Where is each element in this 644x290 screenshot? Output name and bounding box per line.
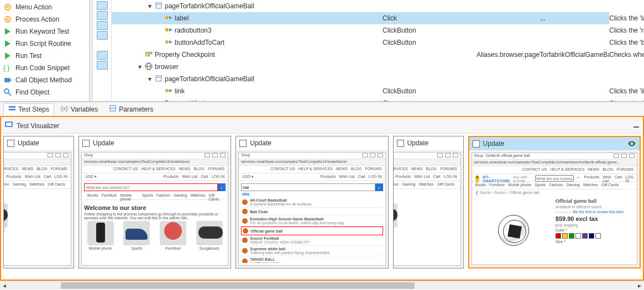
top-link: BLOG [603,167,613,172]
update-label: Update [18,139,39,147]
action-find-object[interactable]: Find Object [0,86,89,98]
visualizer-thumb[interactable]: UpdateShopservices.smartbear.com/samples… [235,136,388,268]
tab-variables[interactable]: {x} Variables [56,103,102,115]
top-link: HELP & SERVICES [550,167,584,172]
tree-row[interactable]: ▾browser [112,61,383,73]
top-link: CONTACT US [522,167,547,172]
chevron-down-icon[interactable]: ▾ [137,64,143,70]
svg-marker-19 [169,40,172,44]
address-bar: services.smartbear.com/samples/TestCompl… [239,159,385,166]
col-description: Closes the 'BrowserWindow' window. [609,99,644,101]
tab-label: Variables [71,106,98,113]
breadcrumb: ❮ Sports › Soccer › Official game ball [472,189,637,196]
test-visualizer-panel: Test Visualizer UpdateShopCONTACT USHELP… [0,117,644,281]
scrollbar-thumb[interactable] [61,282,415,289]
update-checkbox[interactable] [473,140,480,147]
col-description: Clicks the 'link' button. [609,87,644,95]
tree-row[interactable]: ▾pageTorfabrikOfficialGameBall [112,0,383,12]
svg-marker-15 [169,16,172,19]
cat-link: Fashion [394,182,399,187]
col-operation: Click [383,12,477,24]
search-hint-row: All-Court BasketballA durable Basketball… [241,197,383,208]
update-checkbox[interactable] [7,140,14,147]
svg-rect-25 [156,76,161,81]
page-icon [155,2,163,11]
tab-label: Test Steps [18,106,49,113]
nav-link: Cart [358,175,365,180]
tree-row[interactable]: radiobutton3 [112,24,383,36]
top-link: FORUMS [51,167,67,172]
action-label: Run Code Snippet [15,64,70,72]
scroll-left-arrow[interactable]: ◂ [0,281,9,290]
action-label: Run Keyword Test [15,28,69,35]
nav-link: Wish List [414,175,430,180]
col-operation: ClickButton [383,39,477,46]
size-label: Size * [556,240,635,244]
action-run-test[interactable]: Run Test [0,50,89,62]
search-box: ⌕ [84,183,226,191]
minimize-icon[interactable] [633,122,640,130]
tab-parameters[interactable]: Parameters [104,103,158,115]
preview-browser: ShopCONTACT USHELP & SERVICESNEWSBLOGFOR… [4,152,71,266]
prod-label: Mobile phone [89,246,112,250]
find-icon [3,88,12,97]
update-checkbox[interactable] [397,140,404,147]
search-hint-row: Evolution High School Game BasketballFor… [241,216,383,226]
svg-marker-30 [159,101,163,102]
browser-tab: Shop [4,153,45,158]
top-link: HELP & SERVICES [299,167,333,172]
action-call-object-method[interactable]: Call Object Method [0,74,89,86]
tree-node-name: buttonAddToCart [175,39,224,46]
browser-tab: Shop. Torfabrik official game ball [474,154,611,159]
action-run-script-routine[interactable]: Run Script Routine [0,38,89,50]
top-link: BLOG [351,167,362,172]
visualizer-thumb[interactable]: UpdateShopCONTACT USHELP & SERVICESNEWSB… [393,136,464,268]
svg-marker-4 [5,28,11,35]
tree-row-values: ClickButtonClicks the 'radiobutton3' rad… [383,24,644,36]
tree-row[interactable]: label [112,12,383,24]
top-link: CONTACT US [113,167,138,172]
update-checkbox[interactable] [82,140,90,147]
visualizer-thumb[interactable]: UpdateShopservices.smartbear.com/samples… [78,136,231,268]
code-icon: { } [3,64,12,72]
action-run-keyword-test[interactable]: Run Keyword Test [0,25,89,38]
action-process-action[interactable]: Process Action [0,13,89,25]
action-label: Find Object [15,88,49,96]
top-link: CONTACT US [270,167,295,172]
horizontal-scrollbar[interactable]: ◂ ▸ [0,281,644,289]
tree-row[interactable]: BrowserWindow [112,97,383,101]
action-icon [165,38,172,48]
preview-browser: Shop. Torfabrik official game ballservic… [472,152,637,265]
cat-link: Books [87,193,98,198]
top-link: NEWS [336,167,348,172]
chevron-down-icon[interactable]: ▾ [147,3,153,9]
update-label: Update [407,139,429,147]
tree-row[interactable]: link [112,85,383,97]
action-label: Run Test [15,52,41,60]
tree-row[interactable]: ▾pageTorfabrikOfficialGameBall [112,73,383,85]
left-action-column: Menu ActionProcess ActionRun Keyword Tes… [0,0,90,101]
update-checkbox[interactable] [239,140,247,147]
chevron-down-icon[interactable]: ▾ [147,76,153,82]
product-image [498,215,529,246]
tree-row[interactable]: buttonAddToCart [112,36,383,49]
tree-spacer [157,15,163,21]
top-link: HELP & SERVICES [394,167,408,172]
welcome-sub: Online shopping is the process consumers… [84,212,226,220]
tree-row-values: Click...Clicks the 'label' object. [383,12,644,24]
params-icon [109,104,117,114]
search-hint-row: Soccer FootballGREAT TOUCH, HIGH VISIBIL… [241,235,383,246]
visualizer-thumb[interactable]: UpdateShop. Torfabrik official game ball… [468,136,641,268]
action-icon [165,14,172,23]
top-link: NEWS [22,167,33,172]
tab-label: Parameters [119,106,153,113]
scroll-right-arrow[interactable]: ▸ [635,281,644,290]
tab-test-steps[interactable]: Test Steps [3,103,54,115]
prod-label: Sunglasses [199,246,219,250]
tree-row[interactable]: Property Checkpoint [112,49,383,61]
eye-icon[interactable] [627,139,636,150]
visualizer-thumb[interactable]: UpdateShopCONTACT USHELP & SERVICESNEWSB… [3,136,74,268]
action-menu-action[interactable]: Menu Action [0,1,89,13]
col-description: Clicks the 'radiobutton3' radio button. [609,27,644,34]
action-run-code-snippet[interactable]: { }Run Code Snippet [0,62,89,74]
